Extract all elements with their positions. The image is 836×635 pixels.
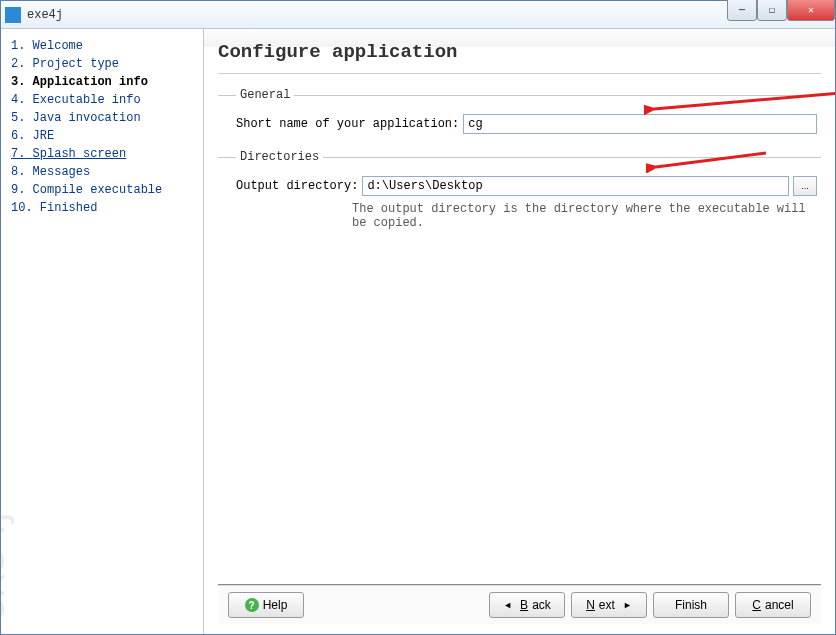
- app-icon: [5, 7, 21, 23]
- browse-button[interactable]: ...: [793, 176, 817, 196]
- directories-fieldset: Directories Output directory: ... The ou…: [218, 150, 821, 234]
- short-name-input[interactable]: [463, 114, 817, 134]
- short-name-label: Short name of your application:: [236, 117, 459, 131]
- minimize-button[interactable]: ─: [727, 0, 757, 21]
- output-dir-hint: The output directory is the directory wh…: [352, 202, 817, 230]
- cancel-button[interactable]: Cancel: [735, 592, 811, 618]
- help-icon: ?: [245, 598, 259, 612]
- sidebar-item-java-invocation[interactable]: 5. Java invocation: [7, 109, 197, 127]
- sidebar-item-jre[interactable]: 6. JRE: [7, 127, 197, 145]
- sidebar-item-compile-executable[interactable]: 9. Compile executable: [7, 181, 197, 199]
- general-legend: General: [236, 88, 294, 102]
- titlebar: exe4j ─ ☐ ✕: [1, 1, 835, 29]
- sidebar-item-messages[interactable]: 8. Messages: [7, 163, 197, 181]
- button-bar: ? Help Back Next Finish Cancel: [218, 584, 821, 624]
- directories-legend: Directories: [236, 150, 323, 164]
- sidebar-item-application-info[interactable]: 3. Application info: [7, 73, 197, 91]
- finish-button[interactable]: Finish: [653, 592, 729, 618]
- help-button[interactable]: ? Help: [228, 592, 304, 618]
- main-panel: Configure application General Short name…: [204, 29, 835, 634]
- sidebar-item-welcome[interactable]: 1. Welcome: [7, 37, 197, 55]
- sidebar-item-executable-info[interactable]: 4. Executable info: [7, 91, 197, 109]
- next-button[interactable]: Next: [571, 592, 647, 618]
- general-fieldset: General Short name of your application:: [218, 88, 821, 140]
- window-title: exe4j: [27, 8, 63, 22]
- output-dir-input[interactable]: [362, 176, 789, 196]
- maximize-button[interactable]: ☐: [757, 0, 787, 21]
- output-dir-label: Output directory:: [236, 179, 358, 193]
- sidebar-item-project-type[interactable]: 2. Project type: [7, 55, 197, 73]
- back-button[interactable]: Back: [489, 592, 565, 618]
- wizard-sidebar: 1. Welcome 2. Project type 3. Applicatio…: [1, 29, 204, 634]
- close-button[interactable]: ✕: [787, 0, 835, 21]
- page-title: Configure application: [218, 39, 821, 74]
- sidebar-item-finished[interactable]: 10. Finished: [7, 199, 197, 217]
- watermark: exe4j: [1, 512, 15, 622]
- sidebar-item-splash-screen[interactable]: 7. Splash screen: [7, 145, 197, 163]
